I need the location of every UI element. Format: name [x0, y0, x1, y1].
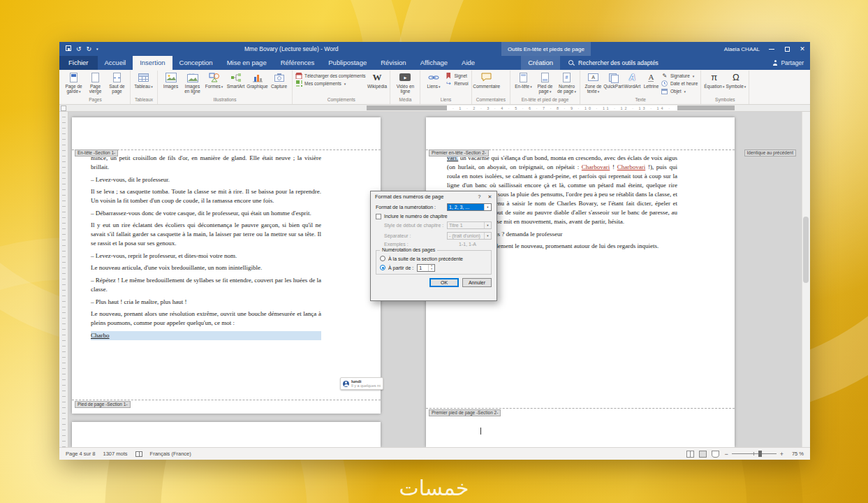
tab-conception[interactable]: Conception	[172, 56, 220, 70]
chevron-down-icon[interactable]: ▾	[484, 204, 491, 210]
proofing-icon[interactable]	[135, 451, 142, 457]
word-count[interactable]: 1307 mots	[103, 451, 128, 457]
start-at-radio[interactable]: À partir de : 1 ▴ ▾	[380, 264, 487, 272]
group-label: Média	[393, 97, 417, 104]
zoom-percentage[interactable]: 75 %	[788, 451, 804, 457]
object-button[interactable]: Objet ▾	[661, 88, 698, 94]
online-pictures-button[interactable]: Images en ligne	[182, 71, 203, 94]
undo-icon[interactable]: ↺	[76, 46, 82, 52]
scrollbar-thumb[interactable]	[803, 217, 809, 283]
screenshot-button[interactable]: Capture	[269, 71, 289, 89]
spinner-up-icon[interactable]: ▴	[431, 265, 432, 268]
tab-accueil[interactable]: Accueil	[98, 56, 133, 70]
chapter-style-label: Style de début de chapitre :	[384, 223, 443, 228]
cover-page-button[interactable]: Page de garde▾	[64, 71, 84, 94]
save-icon[interactable]	[66, 45, 71, 52]
minimize-button[interactable]	[764, 42, 779, 56]
comment-button[interactable]: Commentaire	[475, 71, 499, 89]
language-indicator[interactable]: Français (France)	[150, 451, 191, 457]
document-page-6-partial[interactable]	[72, 422, 381, 447]
button-label: SmartArt	[227, 84, 245, 89]
symbol-button[interactable]: Ω Symbole▾	[726, 71, 746, 89]
continue-from-previous-radio[interactable]: À la suite de la section précédente	[380, 256, 487, 261]
table-button[interactable]: Tableau▾	[133, 71, 154, 89]
chevron-down-icon[interactable]: ▾	[96, 48, 98, 51]
account-name[interactable]: Alaeia CHAAL	[724, 46, 760, 52]
bookmark-button[interactable]: Signet	[445, 73, 468, 79]
zoom-slider[interactable]	[732, 453, 777, 454]
continue-option-label: À la suite de la section précédente	[388, 256, 463, 261]
page-indicator[interactable]: Page 4 sur 8	[66, 451, 96, 457]
signature-line-button[interactable]: ✎ Signature ▾	[661, 73, 698, 79]
print-layout-icon[interactable]	[699, 451, 707, 458]
tab-fichier[interactable]: Fichier	[59, 56, 98, 70]
tab-insertion[interactable]: Insertion	[133, 56, 172, 70]
tab-revision[interactable]: Révision	[374, 56, 413, 70]
ok-button[interactable]: OK	[429, 278, 459, 287]
link-button[interactable]: Liens▾	[423, 71, 443, 89]
blank-page-button[interactable]: Page vierge	[85, 71, 105, 94]
share-button[interactable]: Partager	[772, 56, 804, 70]
chevron-down-icon: ▾	[151, 85, 153, 89]
chart-button[interactable]: Graphique	[247, 71, 267, 89]
store-icon	[295, 73, 302, 79]
vertical-scrollbar[interactable]	[802, 112, 810, 447]
comment-card[interactable]: lundi Il y a quelques minutes	[340, 377, 383, 390]
wordart-button[interactable]: A WordArt	[624, 71, 641, 89]
close-button[interactable]: ✕	[795, 42, 810, 56]
tab-mise-en-page[interactable]: Mise en page	[220, 56, 274, 70]
cancel-button[interactable]: Annuler	[462, 278, 492, 287]
cross-reference-button[interactable]: ↪ Renvoi	[445, 80, 468, 87]
web-layout-icon[interactable]	[712, 451, 719, 458]
page-body-text[interactable]: mince, un petit croisillon de fils d'or,…	[91, 154, 321, 343]
smartart-button[interactable]: SmartArt	[226, 71, 246, 89]
restore-button[interactable]	[779, 42, 795, 56]
date-time-button[interactable]: Date et heure	[661, 80, 698, 87]
paragraph: – Plus haut ! cria le maître, plus haut …	[91, 298, 321, 307]
zoom-out-button[interactable]: −	[724, 451, 728, 458]
link-icon	[427, 71, 441, 83]
vertical-ruler[interactable]	[59, 112, 68, 447]
header-button[interactable]: En-tête▾	[513, 71, 534, 89]
online-video-button[interactable]: ▶ Vidéo en ligne	[393, 71, 417, 94]
zoom-slider-thumb[interactable]	[758, 451, 762, 457]
number-format-select[interactable]: 1, 2, 3, ... ▾	[447, 203, 492, 211]
zoom-in-button[interactable]: +	[780, 451, 784, 458]
pictures-button[interactable]: Images	[161, 71, 181, 89]
quick-parts-button[interactable]: QuickPart	[605, 71, 622, 89]
footer-button[interactable]: Pied de page▾	[535, 71, 555, 94]
chapter-style-select: Titre 1 ▾	[447, 221, 492, 229]
tab-creation-contextual[interactable]: Création	[521, 56, 560, 70]
text-box-icon: A	[586, 71, 600, 83]
tab-affichage[interactable]: Affichage	[413, 56, 455, 70]
get-addins-button[interactable]: Télécharger des compléments	[295, 73, 365, 79]
include-chapter-checkbox[interactable]: Inclure le numéro de chapitre	[376, 214, 492, 219]
page-break-button[interactable]: Saut de page	[107, 71, 127, 94]
equation-button[interactable]: π Équation▾	[704, 71, 724, 89]
ribbon-group-liens: Liens▾ Signet ↪ Renvoi Liens	[420, 71, 471, 104]
document-page-4[interactable]: En-tête -Section 1- mince, un petit croi…	[72, 117, 381, 414]
dialog-title-bar[interactable]: Format des numéros de page ? ✕	[371, 191, 496, 202]
title-bar: ↺ ↻ ▾ Mme Bovary (Lecture seule) - Word …	[59, 42, 810, 56]
dialog-close-button[interactable]: ✕	[485, 192, 495, 201]
horizontal-ruler[interactable]: · 1 · 2 · 3 · 4 · 5 · 6 · 7 · 8 · 9 · 10…	[59, 105, 810, 112]
button-label: Signature	[670, 73, 690, 78]
tell-me-search[interactable]: Rechercher des outils adaptés	[568, 56, 659, 70]
tab-stop-selector[interactable]	[61, 105, 66, 111]
redo-icon[interactable]: ↻	[87, 46, 92, 52]
group-label: Tableaux	[133, 97, 154, 104]
spinner-down-icon[interactable]: ▾	[431, 268, 432, 271]
wikipedia-button[interactable]: W Wikipédia	[367, 71, 387, 89]
tab-references[interactable]: Références	[274, 56, 322, 70]
text-box-button[interactable]: A Zone de texte▾	[583, 71, 603, 94]
start-at-spinner[interactable]: 1 ▴ ▾	[417, 264, 435, 272]
button-label: Symbole	[726, 84, 743, 89]
tab-aide[interactable]: Aide	[455, 56, 482, 70]
dialog-help-button[interactable]: ?	[474, 192, 485, 201]
shapes-button[interactable]: Formes▾	[204, 71, 224, 89]
tab-publipostage[interactable]: Publipostage	[321, 56, 374, 70]
drop-cap-button[interactable]: A Lettrine	[642, 71, 660, 89]
my-addins-button[interactable]: Mes compléments ▾	[295, 80, 365, 87]
read-mode-icon[interactable]	[686, 451, 694, 458]
page-number-button[interactable]: # Numéro de page▾	[557, 71, 577, 94]
